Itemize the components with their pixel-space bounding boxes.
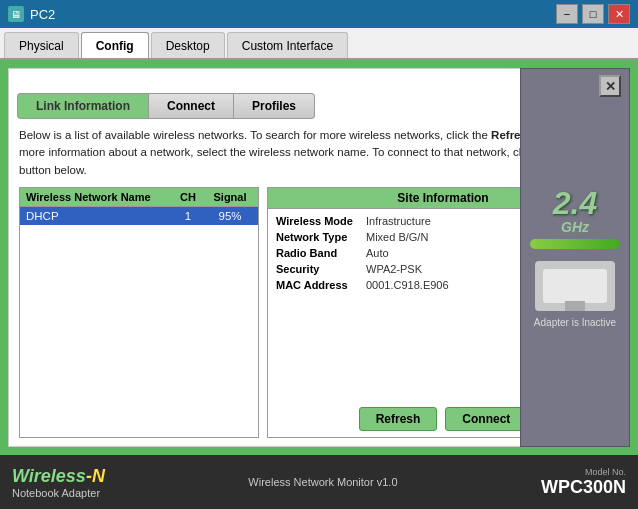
network-table-header: Wireless Network Name CH Signal: [20, 188, 258, 207]
ghz-display: 2.4: [553, 187, 597, 219]
brand-n: -N: [86, 466, 105, 486]
tab-connect[interactable]: Connect: [148, 93, 234, 119]
col-header-name: Wireless Network Name: [20, 188, 174, 206]
value-wireless-mode: Infrastructure: [366, 215, 431, 227]
footer-subtitle: Notebook Adapter: [12, 487, 105, 499]
value-security: WPA2-PSK: [366, 263, 422, 275]
label-wireless-mode: Wireless Mode: [276, 215, 366, 227]
card-close-button[interactable]: ✕: [599, 75, 621, 97]
window-title: PC2: [30, 7, 55, 22]
network-signal: 95%: [202, 207, 258, 225]
tab-custom-interface[interactable]: Custom Interface: [227, 32, 348, 58]
ghz-unit: GHz: [561, 219, 589, 235]
footer-brand: Wireless-N: [12, 466, 105, 487]
model-label: Model No.: [585, 467, 626, 477]
footer-center: Wireless Network Monitor v1.0: [248, 476, 397, 488]
right-info-panel: 2.4 GHz Adapter is Inactive: [520, 68, 630, 447]
window-controls: − □ ✕: [556, 4, 630, 24]
tab-link-information[interactable]: Link Information: [17, 93, 148, 119]
refresh-button[interactable]: Refresh: [359, 407, 438, 431]
value-network-type: Mixed B/G/N: [366, 231, 428, 243]
footer-brand-section: Wireless-N Notebook Adapter: [12, 466, 105, 499]
network-name: DHCP: [20, 207, 174, 225]
col-header-ch: CH: [174, 188, 202, 206]
col-header-signal: Signal: [202, 188, 258, 206]
brand-wireless: Wireless: [12, 466, 86, 486]
model-number: WPC300N: [541, 477, 626, 498]
signal-bar: [530, 239, 620, 249]
value-mac-address: 0001.C918.E906: [366, 279, 449, 291]
footer-model-section: Model No. WPC300N: [541, 467, 626, 498]
maximize-button[interactable]: □: [582, 4, 604, 24]
footer: Wireless-N Notebook Adapter Wireless Net…: [0, 455, 638, 509]
minimize-button[interactable]: −: [556, 4, 578, 24]
title-bar: 🖥 PC2 − □ ✕: [0, 0, 638, 28]
main-content: ✕ Link Information Connect Profiles Belo…: [0, 60, 638, 455]
label-security: Security: [276, 263, 366, 275]
tab-physical[interactable]: Physical: [4, 32, 79, 58]
tab-desktop[interactable]: Desktop: [151, 32, 225, 58]
tab-config[interactable]: Config: [81, 32, 149, 58]
label-mac-address: MAC Address: [276, 279, 366, 291]
network-row[interactable]: DHCP 1 95%: [20, 207, 258, 225]
connect-button[interactable]: Connect: [445, 407, 527, 431]
tab-profiles[interactable]: Profiles: [234, 93, 315, 119]
adapter-status: Adapter is Inactive: [534, 317, 616, 328]
tab-bar: Physical Config Desktop Custom Interface: [0, 28, 638, 60]
value-radio-band: Auto: [366, 247, 389, 259]
network-table: Wireless Network Name CH Signal DHCP 1 9…: [19, 187, 259, 438]
close-window-button[interactable]: ✕: [608, 4, 630, 24]
label-network-type: Network Type: [276, 231, 366, 243]
app-icon: 🖥: [8, 6, 24, 22]
adapter-image: [535, 261, 615, 311]
network-ch: 1: [174, 207, 202, 225]
label-radio-band: Radio Band: [276, 247, 366, 259]
